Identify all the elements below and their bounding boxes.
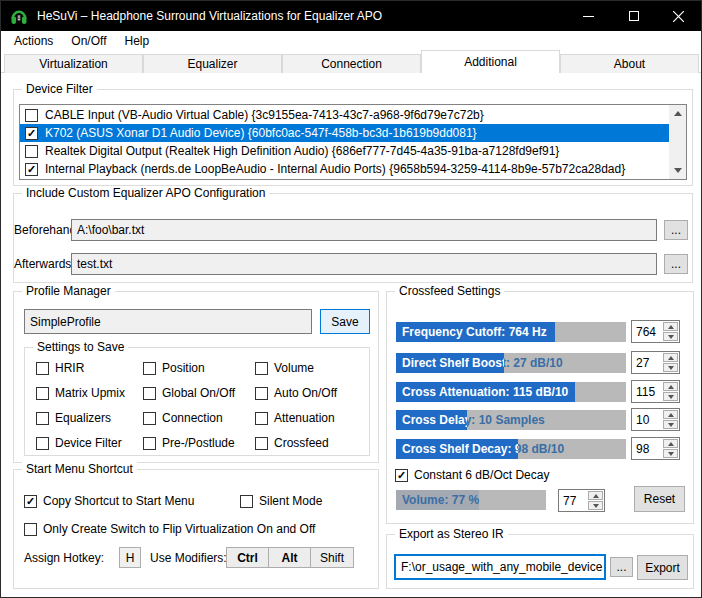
scrollbar[interactable] [669,105,686,179]
spinner-down-icon[interactable] [663,363,678,372]
checkbox[interactable]: ✓ [143,412,156,425]
checkbox-crossfeed[interactable]: ✓Crossfeed [255,436,337,450]
checkbox[interactable]: ✓ [255,387,268,400]
cross-shelf-decay-bar[interactable]: Cross Shelf Decay: 98 dB/10 Cross Shelf … [396,439,626,459]
tab-equalizer[interactable]: Equalizer [143,54,282,73]
beforehand-input[interactable]: A:\foo\bar.txt [71,219,657,241]
checkbox[interactable]: ✓ [36,412,49,425]
tab-additional[interactable]: Additional [421,50,560,73]
modifier-ctrl[interactable]: Ctrl [227,548,269,567]
spinner-up-icon[interactable] [663,439,678,448]
export-browse-button[interactable]: ... [610,557,633,577]
export-button[interactable]: Export [637,555,688,580]
checkbox-hrir[interactable]: ✓HRIR [36,361,125,375]
frequency-cutoff-spinner[interactable]: 764 [631,320,680,343]
spinner-up-icon[interactable] [663,382,678,391]
checkbox-constant-decay[interactable]: ✓ Constant 6 dB/Oct Decay [395,468,549,482]
afterwards-input[interactable]: test.txt [71,253,657,275]
checkbox-silent-mode[interactable]: ✓ Silent Mode [240,494,322,508]
spinner-down-icon[interactable] [663,332,678,341]
spinner-up-icon[interactable] [663,353,678,362]
checkbox[interactable]: ✓ [36,362,49,375]
checkbox[interactable]: ✓ [143,387,156,400]
checkbox[interactable]: ✓ [240,495,253,508]
afterwards-browse-button[interactable]: ... [664,254,688,274]
spinner-up-icon[interactable] [588,491,603,500]
menu-actions[interactable]: Actions [5,31,62,51]
minimize-button[interactable] [566,1,611,31]
tab-virtualization[interactable]: Virtualization [4,54,143,73]
checkbox[interactable]: ✓ [24,495,37,508]
export-path-input[interactable]: F:\or_usage_with_any_mobile_device [394,554,606,580]
profile-manager-label: Profile Manager [22,284,115,298]
checkbox[interactable]: ✓ [395,469,408,482]
close-button[interactable] [656,1,701,31]
checkbox-volume[interactable]: ✓Volume [255,361,337,375]
checkbox-pre-postlude[interactable]: ✓Pre-/Postlude [143,436,235,450]
checkbox-attenuation[interactable]: ✓Attenuation [255,411,337,425]
device-checkbox[interactable]: ✓ [25,127,38,140]
volume-bar[interactable]: Volume: 77 % Volume: 77 % [396,490,546,510]
tab-connection[interactable]: Connection [282,54,421,73]
spinner-up-icon[interactable] [663,322,678,331]
maximize-button[interactable] [611,1,656,31]
device-list-item[interactable]: ✓ Internal Playback (nerds.de LoopBeAudi… [20,160,669,178]
checkbox[interactable]: ✓ [255,362,268,375]
menu-onoff[interactable]: On/Off [62,31,115,51]
device-checkbox[interactable]: ✓ [25,145,38,158]
checkbox-device-filter[interactable]: ✓Device Filter [36,436,125,450]
checkbox[interactable]: ✓ [36,387,49,400]
spinner-down-icon[interactable] [663,392,678,401]
checkbox-position[interactable]: ✓Position [143,361,235,375]
device-list-item[interactable]: ✓ Realtek Digital Output (Realtek High D… [20,142,669,160]
checkbox[interactable]: ✓ [143,437,156,450]
beforehand-browse-button[interactable]: ... [664,220,688,240]
checkbox[interactable]: ✓ [24,523,37,536]
export-stereo-ir-label: Export as Stereo IR [395,527,508,541]
frequency-cutoff-bar[interactable]: Frequency Cutoff: 764 Hz Frequency Cutof… [396,322,626,342]
cross-delay-bar[interactable]: Cross Delay: 10 Samples Cross Delay: 10 … [396,410,626,430]
menu-help[interactable]: Help [116,31,159,51]
checkbox-matrix-upmix[interactable]: ✓Matrix Upmix [36,386,125,400]
menubar: Actions On/Off Help [1,31,701,51]
cross-attenuation-spinner[interactable]: 115 [631,380,680,403]
checkbox-auto-onoff[interactable]: ✓Auto On/Off [255,386,337,400]
window-controls [566,1,701,31]
checkbox[interactable]: ✓ [143,362,156,375]
device-list-item[interactable]: ✓ K702 (ASUS Xonar D1 Audio Device) {60b… [20,124,669,142]
checkbox-connection[interactable]: ✓Connection [143,411,235,425]
checkbox-copy-shortcut[interactable]: ✓ Copy Shortcut to Start Menu [24,494,194,508]
check-icon: ✓ [27,128,36,138]
checkbox-equalizers[interactable]: ✓Equalizers [36,411,125,425]
checkbox[interactable]: ✓ [255,412,268,425]
maximize-icon [629,11,639,21]
spinner-down-icon[interactable] [663,449,678,458]
spinner-down-icon[interactable] [663,420,678,429]
checkbox[interactable]: ✓ [36,437,49,450]
profile-name-input[interactable]: SimpleProfile [24,309,312,334]
direct-shelf-boost-bar[interactable]: Direct Shelf Boost: 27 dB/10 Direct Shel… [396,353,626,373]
cross-shelf-decay-spinner[interactable]: 98 [631,437,680,460]
scroll-down-icon[interactable] [669,162,686,179]
modifier-shift[interactable]: Shift [311,548,353,567]
checkbox[interactable]: ✓ [255,437,268,450]
spinner-down-icon[interactable] [588,501,603,510]
start-menu-shortcut-label: Start Menu Shortcut [22,462,137,476]
cross-delay-spinner[interactable]: 10 [631,408,680,431]
reset-button[interactable]: Reset [634,486,685,512]
cross-attenuation-bar[interactable]: Cross Attenuation: 115 dB/10 Cross Atten… [396,382,626,402]
device-filter-label: Device Filter [22,82,97,96]
modifier-alt[interactable]: Alt [269,548,311,567]
volume-spinner[interactable]: 77 [558,489,605,512]
device-checkbox[interactable]: ✓ [25,163,38,176]
hotkey-button[interactable]: H [119,547,141,568]
direct-shelf-boost-spinner[interactable]: 27 [631,351,680,374]
spinner-up-icon[interactable] [663,410,678,419]
checkbox-only-switch[interactable]: ✓ Only Create Switch to Flip Virtualizat… [24,522,315,536]
checkbox-global-onoff[interactable]: ✓Global On/Off [143,386,235,400]
tab-about[interactable]: About [560,54,699,73]
device-list-item[interactable]: ✓ CABLE Input (VB-Audio Virtual Cable) {… [20,106,669,124]
scroll-up-icon[interactable] [669,105,686,122]
save-button[interactable]: Save [320,309,370,334]
device-checkbox[interactable]: ✓ [25,109,38,122]
